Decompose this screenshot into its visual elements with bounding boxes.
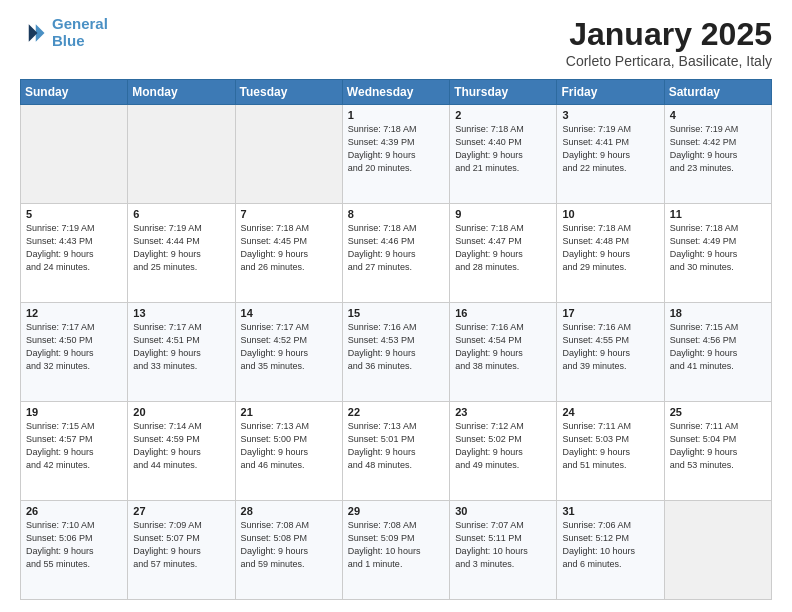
day-number: 14 (241, 307, 337, 319)
calendar-cell: 14Sunrise: 7:17 AM Sunset: 4:52 PM Dayli… (235, 303, 342, 402)
calendar-header-sunday: Sunday (21, 80, 128, 105)
day-info: Sunrise: 7:17 AM Sunset: 4:52 PM Dayligh… (241, 321, 337, 373)
sub-title: Corleto Perticara, Basilicate, Italy (566, 53, 772, 69)
calendar-header-saturday: Saturday (664, 80, 771, 105)
calendar-cell: 9Sunrise: 7:18 AM Sunset: 4:47 PM Daylig… (450, 204, 557, 303)
day-info: Sunrise: 7:15 AM Sunset: 4:56 PM Dayligh… (670, 321, 766, 373)
calendar-cell: 15Sunrise: 7:16 AM Sunset: 4:53 PM Dayli… (342, 303, 449, 402)
main-title: January 2025 (566, 16, 772, 53)
logo: General Blue (20, 16, 108, 49)
day-number: 26 (26, 505, 122, 517)
calendar-cell: 30Sunrise: 7:07 AM Sunset: 5:11 PM Dayli… (450, 501, 557, 600)
calendar-header-friday: Friday (557, 80, 664, 105)
calendar-cell: 8Sunrise: 7:18 AM Sunset: 4:46 PM Daylig… (342, 204, 449, 303)
calendar-cell: 7Sunrise: 7:18 AM Sunset: 4:45 PM Daylig… (235, 204, 342, 303)
logo-line2: Blue (52, 32, 85, 49)
day-number: 18 (670, 307, 766, 319)
calendar-cell: 10Sunrise: 7:18 AM Sunset: 4:48 PM Dayli… (557, 204, 664, 303)
day-number: 11 (670, 208, 766, 220)
day-number: 1 (348, 109, 444, 121)
calendar-cell: 13Sunrise: 7:17 AM Sunset: 4:51 PM Dayli… (128, 303, 235, 402)
calendar-cell: 20Sunrise: 7:14 AM Sunset: 4:59 PM Dayli… (128, 402, 235, 501)
day-number: 13 (133, 307, 229, 319)
day-number: 4 (670, 109, 766, 121)
day-number: 30 (455, 505, 551, 517)
calendar-table: SundayMondayTuesdayWednesdayThursdayFrid… (20, 79, 772, 600)
day-info: Sunrise: 7:10 AM Sunset: 5:06 PM Dayligh… (26, 519, 122, 571)
day-number: 21 (241, 406, 337, 418)
calendar-header-thursday: Thursday (450, 80, 557, 105)
calendar-cell: 23Sunrise: 7:12 AM Sunset: 5:02 PM Dayli… (450, 402, 557, 501)
calendar-cell: 26Sunrise: 7:10 AM Sunset: 5:06 PM Dayli… (21, 501, 128, 600)
day-info: Sunrise: 7:12 AM Sunset: 5:02 PM Dayligh… (455, 420, 551, 472)
calendar-cell: 31Sunrise: 7:06 AM Sunset: 5:12 PM Dayli… (557, 501, 664, 600)
day-number: 20 (133, 406, 229, 418)
title-block: January 2025 Corleto Perticara, Basilica… (566, 16, 772, 69)
day-info: Sunrise: 7:18 AM Sunset: 4:49 PM Dayligh… (670, 222, 766, 274)
day-number: 6 (133, 208, 229, 220)
calendar-cell: 16Sunrise: 7:16 AM Sunset: 4:54 PM Dayli… (450, 303, 557, 402)
calendar-week-row: 1Sunrise: 7:18 AM Sunset: 4:39 PM Daylig… (21, 105, 772, 204)
calendar-cell: 18Sunrise: 7:15 AM Sunset: 4:56 PM Dayli… (664, 303, 771, 402)
day-number: 3 (562, 109, 658, 121)
day-info: Sunrise: 7:13 AM Sunset: 5:00 PM Dayligh… (241, 420, 337, 472)
day-info: Sunrise: 7:16 AM Sunset: 4:53 PM Dayligh… (348, 321, 444, 373)
calendar-cell: 2Sunrise: 7:18 AM Sunset: 4:40 PM Daylig… (450, 105, 557, 204)
calendar-cell (235, 105, 342, 204)
logo-line1: General (52, 15, 108, 32)
calendar-cell: 11Sunrise: 7:18 AM Sunset: 4:49 PM Dayli… (664, 204, 771, 303)
day-info: Sunrise: 7:18 AM Sunset: 4:39 PM Dayligh… (348, 123, 444, 175)
day-number: 24 (562, 406, 658, 418)
day-number: 23 (455, 406, 551, 418)
calendar-cell (128, 105, 235, 204)
calendar-header-monday: Monday (128, 80, 235, 105)
calendar-cell: 1Sunrise: 7:18 AM Sunset: 4:39 PM Daylig… (342, 105, 449, 204)
calendar-cell: 6Sunrise: 7:19 AM Sunset: 4:44 PM Daylig… (128, 204, 235, 303)
calendar-cell: 28Sunrise: 7:08 AM Sunset: 5:08 PM Dayli… (235, 501, 342, 600)
day-number: 10 (562, 208, 658, 220)
day-number: 29 (348, 505, 444, 517)
day-number: 22 (348, 406, 444, 418)
day-number: 25 (670, 406, 766, 418)
day-info: Sunrise: 7:09 AM Sunset: 5:07 PM Dayligh… (133, 519, 229, 571)
calendar-cell: 29Sunrise: 7:08 AM Sunset: 5:09 PM Dayli… (342, 501, 449, 600)
day-info: Sunrise: 7:16 AM Sunset: 4:55 PM Dayligh… (562, 321, 658, 373)
day-info: Sunrise: 7:13 AM Sunset: 5:01 PM Dayligh… (348, 420, 444, 472)
day-info: Sunrise: 7:19 AM Sunset: 4:43 PM Dayligh… (26, 222, 122, 274)
calendar-week-row: 5Sunrise: 7:19 AM Sunset: 4:43 PM Daylig… (21, 204, 772, 303)
day-info: Sunrise: 7:18 AM Sunset: 4:40 PM Dayligh… (455, 123, 551, 175)
logo-text: General Blue (52, 16, 108, 49)
logo-icon (20, 19, 48, 47)
day-info: Sunrise: 7:19 AM Sunset: 4:42 PM Dayligh… (670, 123, 766, 175)
calendar-cell (21, 105, 128, 204)
day-number: 15 (348, 307, 444, 319)
day-number: 8 (348, 208, 444, 220)
day-number: 27 (133, 505, 229, 517)
day-info: Sunrise: 7:06 AM Sunset: 5:12 PM Dayligh… (562, 519, 658, 571)
day-number: 19 (26, 406, 122, 418)
day-info: Sunrise: 7:19 AM Sunset: 4:41 PM Dayligh… (562, 123, 658, 175)
day-info: Sunrise: 7:11 AM Sunset: 5:04 PM Dayligh… (670, 420, 766, 472)
calendar-cell: 25Sunrise: 7:11 AM Sunset: 5:04 PM Dayli… (664, 402, 771, 501)
calendar-header-wednesday: Wednesday (342, 80, 449, 105)
day-number: 12 (26, 307, 122, 319)
calendar-header-tuesday: Tuesday (235, 80, 342, 105)
day-number: 31 (562, 505, 658, 517)
day-number: 28 (241, 505, 337, 517)
calendar-cell: 5Sunrise: 7:19 AM Sunset: 4:43 PM Daylig… (21, 204, 128, 303)
day-info: Sunrise: 7:17 AM Sunset: 4:51 PM Dayligh… (133, 321, 229, 373)
day-info: Sunrise: 7:07 AM Sunset: 5:11 PM Dayligh… (455, 519, 551, 571)
day-info: Sunrise: 7:16 AM Sunset: 4:54 PM Dayligh… (455, 321, 551, 373)
day-number: 16 (455, 307, 551, 319)
day-info: Sunrise: 7:18 AM Sunset: 4:47 PM Dayligh… (455, 222, 551, 274)
calendar-cell: 27Sunrise: 7:09 AM Sunset: 5:07 PM Dayli… (128, 501, 235, 600)
day-info: Sunrise: 7:18 AM Sunset: 4:48 PM Dayligh… (562, 222, 658, 274)
calendar-cell: 24Sunrise: 7:11 AM Sunset: 5:03 PM Dayli… (557, 402, 664, 501)
day-info: Sunrise: 7:08 AM Sunset: 5:09 PM Dayligh… (348, 519, 444, 571)
day-info: Sunrise: 7:19 AM Sunset: 4:44 PM Dayligh… (133, 222, 229, 274)
calendar-week-row: 19Sunrise: 7:15 AM Sunset: 4:57 PM Dayli… (21, 402, 772, 501)
day-info: Sunrise: 7:11 AM Sunset: 5:03 PM Dayligh… (562, 420, 658, 472)
day-number: 7 (241, 208, 337, 220)
calendar-cell: 19Sunrise: 7:15 AM Sunset: 4:57 PM Dayli… (21, 402, 128, 501)
calendar-cell: 4Sunrise: 7:19 AM Sunset: 4:42 PM Daylig… (664, 105, 771, 204)
